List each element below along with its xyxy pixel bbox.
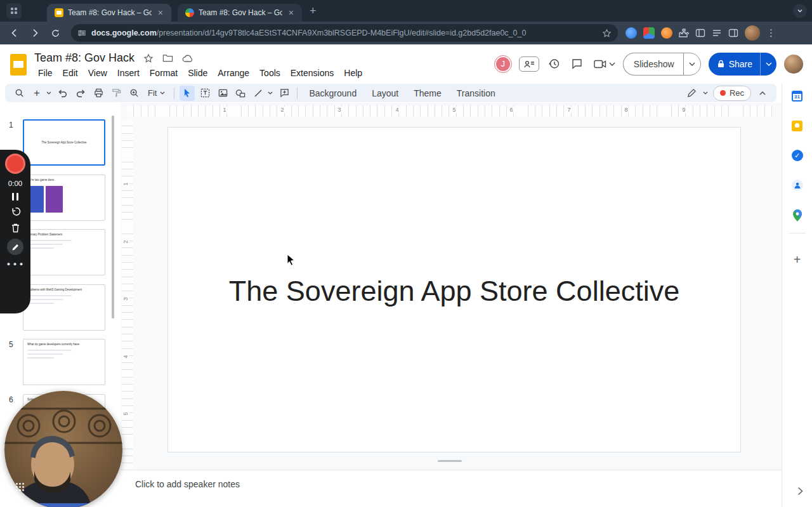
- menu-edit[interactable]: Edit: [58, 66, 83, 80]
- tab-close-icon[interactable]: ×: [156, 8, 165, 18]
- tab-close-icon[interactable]: ×: [287, 8, 296, 18]
- menu-slide[interactable]: Slide: [183, 66, 213, 80]
- thumbnail-title: What do game developers currently have: [27, 343, 102, 346]
- maps-icon[interactable]: [791, 209, 804, 221]
- toolbar-lines-icon[interactable]: [712, 28, 722, 38]
- pen-annotate-icon[interactable]: [684, 86, 700, 101]
- menu-insert[interactable]: Insert: [112, 66, 145, 80]
- menu-view[interactable]: View: [83, 66, 112, 80]
- slideshow-button[interactable]: Slideshow: [623, 53, 683, 76]
- pause-recording-icon[interactable]: [12, 193, 18, 201]
- meet-caret-icon[interactable]: [609, 62, 615, 66]
- theme-button[interactable]: Theme: [407, 86, 448, 101]
- menu-arrange[interactable]: Arrange: [213, 66, 254, 80]
- tasks-icon[interactable]: ✓: [791, 149, 804, 162]
- keep-icon[interactable]: [791, 119, 804, 132]
- redo-icon[interactable]: [73, 86, 88, 101]
- select-tool-icon[interactable]: [180, 86, 195, 101]
- slide-title-text[interactable]: The Sovereign App Store Collective: [168, 272, 740, 310]
- annotate-pen-icon[interactable]: [7, 239, 23, 255]
- undo-icon[interactable]: [55, 86, 70, 101]
- colorful-extension-icon[interactable]: [643, 27, 655, 39]
- search-menus-icon[interactable]: [11, 86, 27, 101]
- pen-caret-icon[interactable]: [702, 86, 709, 101]
- menu-tools[interactable]: Tools: [254, 66, 285, 80]
- calendar-icon[interactable]: 31: [791, 89, 804, 102]
- extensions-puzzle-icon[interactable]: [679, 28, 689, 38]
- slides-logo-icon[interactable]: [10, 54, 27, 76]
- text-box-icon[interactable]: [197, 86, 213, 101]
- webcam-drag-grid-icon[interactable]: [15, 482, 25, 492]
- ruler-label: 4: [394, 107, 400, 113]
- slideshow-caret-icon[interactable]: [683, 53, 701, 76]
- fit-caret-icon: [160, 91, 165, 95]
- vertical-ruler[interactable]: 12345: [122, 119, 133, 470]
- tab-organizer-icon[interactable]: [695, 28, 705, 38]
- collaborator-avatar[interactable]: J: [495, 56, 511, 72]
- zoom-in-icon[interactable]: +: [29, 86, 44, 101]
- horizontal-ruler[interactable]: 123456789: [127, 105, 773, 117]
- presenter-presence-button[interactable]: [519, 56, 539, 72]
- document-title[interactable]: Team #8: Gov Hack: [34, 51, 134, 65]
- ruler-label: 2: [122, 240, 129, 243]
- tab-list-chevron-icon[interactable]: [793, 4, 807, 18]
- speaker-notes-placeholder[interactable]: Click to add speaker notes: [135, 479, 240, 489]
- paint-format-icon[interactable]: [108, 86, 124, 101]
- insert-line-icon[interactable]: [251, 86, 266, 101]
- insert-comment-icon[interactable]: [277, 86, 292, 101]
- share-caret-icon[interactable]: [760, 53, 776, 76]
- get-addons-icon[interactable]: +: [791, 253, 804, 266]
- browser-tab-inactive[interactable]: Team #8: Gov Hack – Google ×: [178, 4, 302, 22]
- side-panel-icon[interactable]: [728, 28, 738, 38]
- background-button[interactable]: Background: [303, 86, 363, 101]
- contacts-icon[interactable]: [791, 179, 804, 192]
- record-button[interactable]: Rec: [713, 86, 751, 101]
- meet-camera-icon[interactable]: [593, 56, 608, 72]
- slide-canvas[interactable]: The Sovereign App Store Collective: [167, 127, 741, 452]
- move-folder-icon[interactable]: [162, 53, 173, 63]
- insert-image-icon[interactable]: [215, 86, 230, 101]
- browser-profile-avatar[interactable]: [745, 25, 760, 41]
- thumbnail-preview: Problems with Web3 Gaming Development: [23, 284, 105, 331]
- menu-extensions[interactable]: Extensions: [285, 66, 339, 80]
- recorder-more-icon[interactable]: ● ● ●: [7, 261, 23, 267]
- delete-recording-icon[interactable]: [11, 223, 20, 233]
- stop-recording-button[interactable]: [5, 154, 25, 174]
- insert-shape-icon[interactable]: [233, 86, 248, 101]
- browser-menu-icon[interactable]: ⋮: [766, 27, 776, 39]
- site-info-icon[interactable]: [77, 29, 86, 37]
- orange-extension-icon[interactable]: [661, 27, 672, 39]
- star-document-icon[interactable]: [143, 53, 154, 63]
- menu-file[interactable]: File: [33, 66, 58, 80]
- bookmark-star-icon[interactable]: [602, 29, 612, 38]
- reload-icon[interactable]: [47, 25, 63, 41]
- layout-button[interactable]: Layout: [365, 86, 405, 101]
- zoom-fit-dropdown[interactable]: Fit: [144, 86, 169, 101]
- forward-icon[interactable]: [27, 25, 43, 41]
- line-caret-icon[interactable]: [266, 86, 274, 101]
- back-icon[interactable]: [6, 25, 23, 41]
- collapse-toolbar-chevron-icon[interactable]: [755, 86, 770, 101]
- speaker-notes-bar[interactable]: Click to add speaker notes: [121, 470, 782, 507]
- zoom-tool-icon[interactable]: [126, 86, 141, 101]
- globe-extension-icon[interactable]: [625, 27, 637, 39]
- browser-tab-active[interactable]: Team #8: Gov Hack – Google ×: [47, 4, 171, 22]
- version-history-icon[interactable]: [547, 56, 562, 72]
- notes-resize-handle[interactable]: [438, 460, 462, 462]
- document-status-cloud-icon[interactable]: [182, 54, 193, 63]
- slide-thumbnail-5[interactable]: 5What do game developers currently have: [0, 339, 117, 386]
- new-tab-icon[interactable]: +: [310, 5, 317, 16]
- transition-button[interactable]: Transition: [450, 86, 502, 101]
- restart-recording-icon[interactable]: [10, 206, 21, 217]
- ruler-label: 9: [681, 107, 686, 113]
- zoom-caret-icon[interactable]: [45, 86, 53, 101]
- menu-help[interactable]: Help: [339, 66, 367, 80]
- menu-format[interactable]: Format: [145, 66, 183, 80]
- print-icon[interactable]: [91, 86, 106, 101]
- account-avatar[interactable]: [784, 55, 803, 74]
- url-bar[interactable]: docs.google.com/presentation/d/14gv9T8tl…: [71, 24, 618, 42]
- tab-search-icon[interactable]: [6, 3, 22, 18]
- expand-panel-chevron-icon[interactable]: [797, 487, 803, 496]
- comments-icon[interactable]: [570, 56, 585, 72]
- share-button[interactable]: Share: [709, 53, 760, 76]
